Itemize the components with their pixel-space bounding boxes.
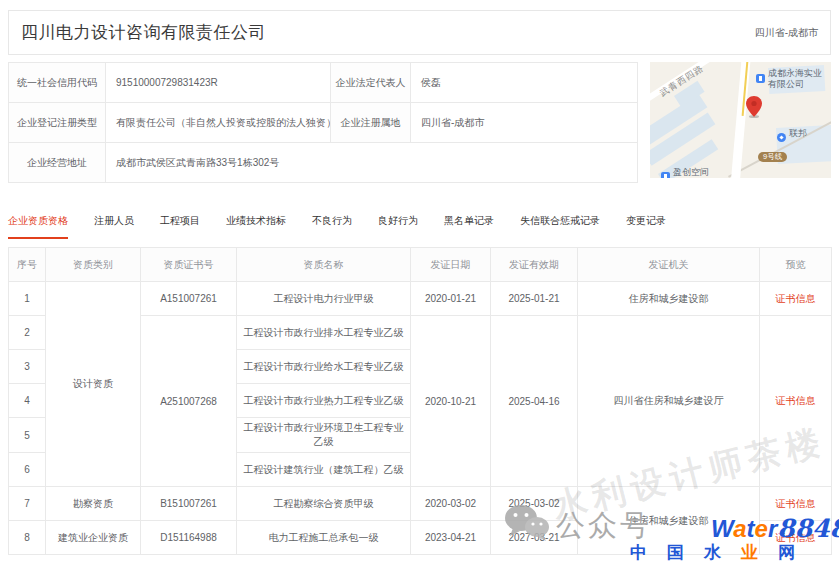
issue-date-cell: 2020-01-21 [411, 282, 491, 316]
table-row: 7 勘察资质 B151007261 工程勘察综合资质甲级 2020-03-02 … [9, 487, 832, 521]
valid-until-cell: 2025-04-16 [491, 316, 578, 487]
cert-no-cell: A251007268 [141, 316, 237, 487]
info-row: 统一社会信用代码 91510000729831423R 企业法定代表人 侯磊 [9, 63, 638, 103]
col-header-valid-until: 发证有效期 [491, 248, 578, 282]
seq-cell: 5 [9, 418, 46, 453]
map-poi-company-line1: 成都永海实业 [768, 68, 822, 79]
qual-name-cell: 工程设计市政行业给水工程专业乙级 [237, 350, 411, 384]
qual-name-cell: 工程设计市政行业热力工程专业乙级 [237, 384, 411, 418]
qual-name-cell: 工程设计电力行业甲级 [237, 282, 411, 316]
tab-performance-indicators[interactable]: 业绩技术指标 [226, 214, 286, 239]
tab-bad-behavior[interactable]: 不良行为 [312, 214, 352, 239]
tab-change-records[interactable]: 变更记录 [626, 214, 666, 239]
col-header-cert-no: 资质证书号 [141, 248, 237, 282]
tab-blacklist-records[interactable]: 黑名单记录 [444, 214, 494, 239]
qualification-table: 序号 资质类别 资质证书号 资质名称 发证日期 发证有效期 发证机关 预览 1 … [8, 247, 832, 555]
business-address-value: 成都市武侯区武青南路33号1栋302号 [106, 143, 638, 183]
certificate-info-link[interactable]: 证书信息 [776, 395, 816, 406]
qual-name-cell: 工程设计市政行业排水工程专业乙级 [237, 316, 411, 350]
company-profile-page: 四川电力设计咨询有限责任公司 四川省-成都市 统一社会信用代码 91510000… [0, 0, 839, 567]
registration-region-value: 四川省-成都市 [411, 103, 638, 143]
map-poi-company-line2: 有限公司 [768, 79, 822, 90]
company-region: 四川省-成都市 [755, 26, 818, 40]
qual-header-row: 序号 资质类别 资质证书号 资质名称 发证日期 发证有效期 发证机关 预览 [9, 248, 832, 282]
qual-name-cell: 工程勘察综合资质甲级 [237, 487, 411, 521]
authority-cell: 住房和城乡建设部 [578, 282, 760, 316]
seq-cell: 1 [9, 282, 46, 316]
category-cell: 设计资质 [46, 282, 141, 487]
issue-date-cell: 2020-10-21 [411, 316, 491, 487]
col-header-category: 资质类别 [46, 248, 141, 282]
registration-type-label: 企业登记注册类型 [9, 103, 106, 143]
info-row: 企业经营地址 成都市武侯区武青南路33号1栋302号 [9, 143, 638, 183]
registration-type-value: 有限责任公司（非自然人投资或控股的法人独资） [106, 103, 331, 143]
legal-rep-value: 侯磊 [411, 63, 638, 103]
issue-date-cell: 2023-04-21 [411, 521, 491, 555]
tab-registered-personnel[interactable]: 注册人员 [94, 214, 134, 239]
valid-until-cell: 2025-03-02 [491, 487, 578, 521]
tab-good-behavior[interactable]: 良好行为 [378, 214, 418, 239]
cert-no-cell: D151164988 [141, 521, 237, 555]
poi-yingchuang-icon [661, 167, 670, 178]
map-poi-yingchuang: 盈创空间 [673, 167, 709, 178]
location-pin-icon [746, 96, 762, 121]
business-address-label: 企业经营地址 [9, 143, 106, 183]
col-header-name: 资质名称 [237, 248, 411, 282]
issue-date-cell: 2020-03-02 [411, 487, 491, 521]
certificate-info-link[interactable]: 证书信息 [776, 293, 816, 304]
poi-lianbang-icon [777, 128, 786, 146]
registration-region-label: 企业注册属地 [331, 103, 411, 143]
metro-line-badge: 9号线 [758, 152, 787, 162]
authority-cell: 住房和城乡建设部 [578, 487, 760, 555]
category-cell: 建筑业企业资质 [46, 521, 141, 555]
seq-cell: 6 [9, 453, 46, 487]
tab-projects[interactable]: 工程项目 [160, 214, 200, 239]
tab-dishonesty-records[interactable]: 失信联合惩戒记录 [520, 214, 600, 239]
tab-bar: 企业资质资格 注册人员 工程项目 业绩技术指标 不良行为 良好行为 黑名单记录 … [8, 214, 666, 239]
qual-name-cell: 工程设计建筑行业（建筑工程）乙级 [237, 453, 411, 487]
location-map[interactable]: 武青西四路 成都永海实业 有限公司 联邦 9号线 盈创空间 [650, 62, 831, 178]
seq-cell: 4 [9, 384, 46, 418]
col-header-authority: 发证机关 [578, 248, 760, 282]
col-header-seq: 序号 [9, 248, 46, 282]
valid-until-cell: 2027-03-21 [491, 521, 578, 555]
seq-cell: 7 [9, 487, 46, 521]
table-row: 1 设计资质 A151007261 工程设计电力行业甲级 2020-01-21 … [9, 282, 832, 316]
company-info-table: 统一社会信用代码 91510000729831423R 企业法定代表人 侯磊 企… [8, 62, 638, 183]
seq-cell: 3 [9, 350, 46, 384]
category-cell: 勘察资质 [46, 487, 141, 521]
title-card: 四川电力设计咨询有限责任公司 四川省-成都市 [8, 10, 831, 55]
credit-code-value: 91510000729831423R [106, 63, 331, 103]
tab-qualifications[interactable]: 企业资质资格 [8, 214, 68, 239]
info-row: 企业登记注册类型 有限责任公司（非自然人投资或控股的法人独资） 企业注册属地 四… [9, 103, 638, 143]
valid-until-cell: 2025-01-21 [491, 282, 578, 316]
seq-cell: 8 [9, 521, 46, 555]
legal-rep-label: 企业法定代表人 [331, 63, 411, 103]
certificate-info-link[interactable]: 证书信息 [776, 532, 816, 543]
col-header-issue-date: 发证日期 [411, 248, 491, 282]
cert-no-cell: B151007261 [141, 487, 237, 521]
qual-name-cell: 电力工程施工总承包一级 [237, 521, 411, 555]
cert-no-cell: A151007261 [141, 282, 237, 316]
map-poi-lianbang: 联邦 [789, 128, 807, 139]
credit-code-label: 统一社会信用代码 [9, 63, 106, 103]
qual-name-cell: 工程设计市政行业环境卫生工程专业乙级 [237, 418, 411, 453]
certificate-info-link[interactable]: 证书信息 [776, 498, 816, 509]
seq-cell: 2 [9, 316, 46, 350]
poi-building-icon [756, 69, 765, 87]
authority-cell: 四川省住房和城乡建设厅 [578, 316, 760, 487]
page-title: 四川电力设计咨询有限责任公司 [21, 21, 266, 44]
col-header-preview: 预览 [760, 248, 832, 282]
map-poi-company: 成都永海实业 有限公司 [768, 68, 822, 89]
